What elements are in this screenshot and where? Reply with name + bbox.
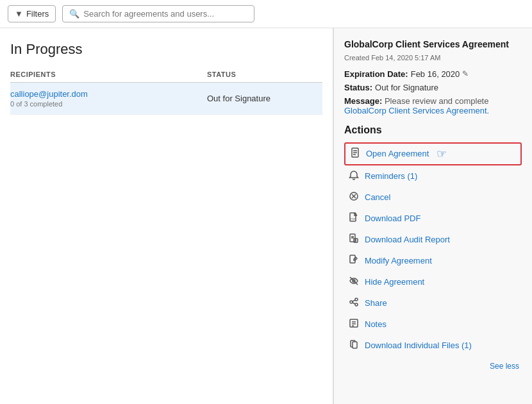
cancel-icon xyxy=(348,191,360,203)
download-audit-icon xyxy=(348,233,360,246)
action-label-share: Share xyxy=(365,298,387,308)
action-label-notes: Notes xyxy=(365,319,387,329)
message-link[interactable]: GlobalCorp Client Services Agreement. xyxy=(344,106,489,115)
left-panel: In Progress RECIPIENTS STATUS calliope@j… xyxy=(0,28,333,404)
see-less: See less xyxy=(344,356,522,372)
expiration-row: Expiration Date: Feb 16, 2020 ✎ xyxy=(344,69,522,79)
section-title: In Progress xyxy=(10,41,322,58)
download-individual-icon xyxy=(348,339,360,351)
main-layout: In Progress RECIPIENTS STATUS calliope@j… xyxy=(0,28,532,404)
action-label-download-pdf: Download PDF xyxy=(365,214,420,223)
col-header-recipients: RECIPIENTS xyxy=(10,71,207,78)
actions-list: Open Agreement☞Reminders (1)CancelPDFDow… xyxy=(344,142,522,356)
agreement-created: Created Feb 14, 2020 5:17 AM xyxy=(344,54,522,62)
search-icon: 🔍 xyxy=(69,9,79,19)
action-label-open-agreement: Open Agreement xyxy=(366,149,429,158)
hand-cursor: ☞ xyxy=(436,147,447,161)
agreement-title: GlobalCorp Client Services Agreement xyxy=(344,38,522,51)
hide-agreement-icon xyxy=(348,276,360,288)
search-box: 🔍 xyxy=(62,5,254,22)
svg-line-22 xyxy=(353,303,355,304)
col-header-status: STATUS xyxy=(207,71,322,78)
filter-label: Filters xyxy=(26,9,49,19)
action-label-reminders: Reminders (1) xyxy=(365,171,417,181)
action-download-audit[interactable]: Download Audit Report xyxy=(344,229,522,250)
message-text: Please review and complete xyxy=(385,96,489,106)
svg-point-20 xyxy=(355,303,358,306)
action-cancel[interactable]: Cancel xyxy=(344,187,522,208)
notes-icon xyxy=(348,318,360,330)
action-download-pdf[interactable]: PDFDownload PDF xyxy=(344,208,522,229)
action-label-download-audit: Download Audit Report xyxy=(365,235,450,244)
action-share[interactable]: Share xyxy=(344,292,522,314)
share-icon xyxy=(348,297,360,309)
recipient-email: calliope@jupiter.dom xyxy=(10,89,207,99)
action-notes[interactable]: Notes xyxy=(344,314,522,335)
action-label-cancel: Cancel xyxy=(365,192,390,202)
recipient-info: calliope@jupiter.dom 0 of 3 completed xyxy=(10,89,207,108)
action-hide-agreement[interactable]: Hide Agreement xyxy=(344,271,522,292)
message-label: Message: xyxy=(344,96,382,106)
edit-icon[interactable]: ✎ xyxy=(462,69,469,78)
filter-icon: ▼ xyxy=(15,9,23,19)
see-less-link[interactable]: See less xyxy=(490,362,519,371)
search-input[interactable] xyxy=(83,9,247,19)
action-label-download-individual: Download Individual Files (1) xyxy=(365,341,472,350)
action-label-modify-agreement: Modify Agreement xyxy=(365,256,432,265)
open-agreement-icon xyxy=(349,147,361,160)
expiration-value: Feb 16, 2020 xyxy=(411,69,460,79)
svg-point-18 xyxy=(355,298,358,301)
svg-point-19 xyxy=(350,301,353,303)
expiration-label: Expiration Date: xyxy=(344,69,408,79)
status-label: Status: xyxy=(344,83,372,92)
svg-line-21 xyxy=(353,300,355,301)
action-label-hide-agreement: Hide Agreement xyxy=(365,277,424,287)
table-header: RECIPIENTS STATUS xyxy=(10,68,322,83)
reminders-icon xyxy=(348,170,360,182)
status-row: Status: Out for Signature xyxy=(344,83,522,92)
action-download-individual[interactable]: Download Individual Files (1) xyxy=(344,335,522,356)
action-modify-agreement[interactable]: Modify Agreement xyxy=(344,250,522,271)
right-panel: GlobalCorp Client Services Agreement Cre… xyxy=(333,28,532,404)
message-row: Message: Please review and complete Glob… xyxy=(344,96,522,115)
filter-button[interactable]: ▼ Filters xyxy=(8,5,56,22)
modify-agreement-icon xyxy=(348,255,360,267)
download-pdf-icon: PDF xyxy=(348,212,360,224)
action-open-agreement[interactable]: Open Agreement☞ xyxy=(344,142,522,165)
recipient-sub: 0 of 3 completed xyxy=(10,100,207,108)
svg-text:PDF: PDF xyxy=(351,217,356,221)
status-value: Out for Signature xyxy=(375,83,438,92)
toolbar: ▼ Filters 🔍 xyxy=(0,0,532,28)
row-status: Out for Signature xyxy=(207,94,322,103)
table-row[interactable]: calliope@jupiter.dom 0 of 3 completed Ou… xyxy=(10,83,322,115)
svg-rect-28 xyxy=(353,342,357,348)
actions-title: Actions xyxy=(344,124,522,136)
action-reminders[interactable]: Reminders (1) xyxy=(344,165,522,187)
